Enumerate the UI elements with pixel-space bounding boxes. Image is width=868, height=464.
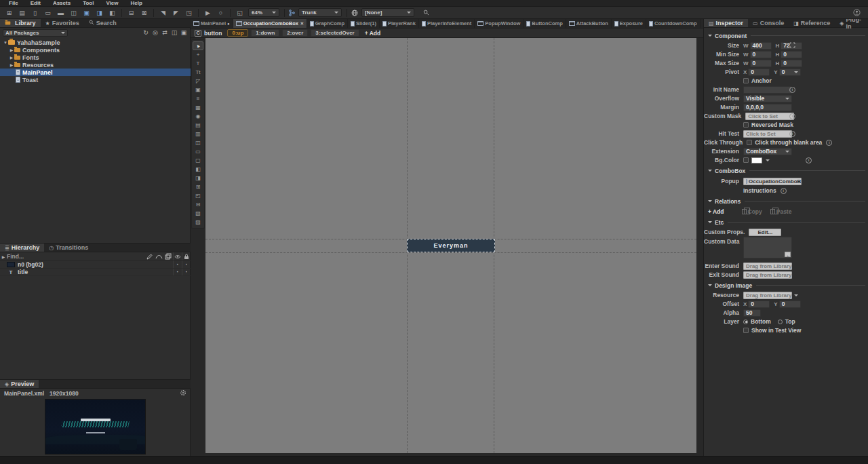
layer-top-radio[interactable] bbox=[778, 320, 783, 324]
state-button-over[interactable]: 2:over bbox=[282, 29, 308, 37]
design-canvas[interactable]: Everyman bbox=[205, 38, 696, 453]
tab-plugin[interactable]: ◈ Plug-In bbox=[835, 19, 868, 27]
section-combobox[interactable]: ComboBox bbox=[707, 166, 865, 175]
exit-sound-field[interactable]: Drag from Library bbox=[743, 271, 792, 279]
resource-field[interactable]: Drag from Library bbox=[743, 292, 792, 299]
popup-resource-link[interactable]: OccupationComboBox_po bbox=[743, 178, 802, 185]
lock-toggle[interactable]: · bbox=[182, 261, 191, 268]
tree-item-package[interactable]: ▼ YahahaSample bbox=[0, 39, 191, 46]
max-width-input[interactable]: 0 bbox=[750, 60, 772, 67]
publish-all-button[interactable]: ◤ bbox=[170, 8, 182, 18]
input-text-tool[interactable]: ◸ bbox=[193, 77, 203, 85]
graph-tool[interactable]: ▦ bbox=[193, 103, 203, 112]
doc-tab-exposure[interactable]: Exposure bbox=[612, 19, 646, 28]
duplicate-icon[interactable] bbox=[163, 253, 173, 260]
collapse-arrow-icon[interactable]: ▶ bbox=[9, 47, 14, 52]
chevron-down-icon[interactable] bbox=[766, 159, 770, 163]
collapse-arrow-icon[interactable]: ▶ bbox=[9, 62, 14, 67]
package-filter-select[interactable]: All Packages bbox=[3, 29, 68, 37]
custom-mask-field[interactable]: Click to Set bbox=[745, 113, 794, 120]
menu-file[interactable]: File bbox=[3, 0, 24, 6]
collapse-arrow-icon[interactable]: ▶ bbox=[9, 55, 14, 60]
bg-color-checkbox[interactable] bbox=[743, 157, 749, 163]
visibility-toggle[interactable]: · bbox=[173, 261, 182, 268]
save-button[interactable]: ⊟ bbox=[125, 8, 137, 18]
size-width-input[interactable]: 400 bbox=[750, 42, 772, 50]
edit-custom-props-button[interactable]: Edit... bbox=[749, 229, 781, 236]
visibility-toggle[interactable]: · bbox=[173, 269, 182, 275]
language-select[interactable]: [None] bbox=[361, 8, 414, 17]
tree-item-component[interactable]: Toast bbox=[0, 76, 191, 83]
loop-button[interactable]: ○ bbox=[215, 8, 226, 18]
refresh-icon[interactable]: ↻ bbox=[142, 29, 150, 36]
collapse-arrow-icon[interactable]: ▶ bbox=[0, 254, 7, 259]
label-tool[interactable]: ▭ bbox=[193, 147, 203, 156]
min-height-input[interactable]: 0 bbox=[781, 51, 802, 58]
publish-button[interactable]: ◥ bbox=[157, 8, 169, 18]
find-label[interactable]: Find... bbox=[7, 253, 24, 260]
movieclip-tool[interactable]: ◰ bbox=[193, 191, 203, 200]
popup-tool[interactable]: ⊟ bbox=[193, 200, 203, 209]
doc-tab-buttoncomp[interactable]: ButtonComp bbox=[524, 19, 566, 28]
add-state-button[interactable]: + Add bbox=[365, 30, 381, 37]
layer-bottom-radio[interactable] bbox=[743, 320, 748, 324]
tab-preview[interactable]: ◈ Preview bbox=[0, 380, 39, 388]
tab-transitions[interactable]: ◷ Transitions bbox=[44, 244, 93, 252]
anchor-checkbox[interactable] bbox=[743, 78, 749, 83]
new-file-button[interactable]: ▤ bbox=[16, 8, 28, 18]
add-relation-button[interactable]: + Add bbox=[708, 208, 724, 215]
new-label-button[interactable]: ▣ bbox=[81, 8, 92, 18]
zoom-select[interactable]: 64% bbox=[248, 8, 279, 17]
hierarchy-row[interactable]: n0 (bg02) · · bbox=[0, 261, 191, 269]
tab-favorites[interactable]: ★ Favorites bbox=[41, 19, 84, 27]
search-button[interactable] bbox=[420, 8, 432, 18]
info-icon[interactable]: i bbox=[789, 113, 795, 119]
loader-tool[interactable]: ◉ bbox=[193, 112, 203, 121]
split-view-icon[interactable]: ◫ bbox=[170, 29, 178, 36]
scrollbar-tool[interactable]: ◨ bbox=[193, 174, 203, 182]
info-icon[interactable]: i bbox=[806, 157, 812, 163]
offset-x-input[interactable]: 0 bbox=[748, 301, 770, 308]
tab-library[interactable]: Library bbox=[0, 19, 41, 27]
section-etc[interactable]: Etc bbox=[707, 218, 865, 227]
test-play-button[interactable]: ▶ bbox=[202, 8, 214, 18]
doc-tab-playerrank[interactable]: PlayerRank bbox=[380, 19, 419, 28]
info-icon[interactable]: i bbox=[826, 140, 832, 146]
new-popup-button[interactable]: ◧ bbox=[106, 8, 118, 18]
pivot-preset-dropdown-icon[interactable] bbox=[794, 71, 798, 75]
tab-console[interactable]: ▭ Console bbox=[748, 19, 789, 27]
state-button-selectedover[interactable]: 3:selectedOver bbox=[311, 29, 359, 37]
new-image-button[interactable]: ▭ bbox=[42, 8, 54, 18]
state-button-down[interactable]: 1:down bbox=[251, 29, 279, 37]
offset-y-input[interactable]: 0 bbox=[779, 301, 801, 308]
tree-item-folder[interactable]: ▶ Components bbox=[0, 46, 191, 54]
combobox-tool[interactable]: ◫ bbox=[193, 138, 203, 147]
tree-item-component-selected[interactable]: MainPanel bbox=[0, 69, 191, 76]
doc-tab-graphcomp[interactable]: GraphComp bbox=[307, 19, 348, 28]
new-package-button[interactable]: ⊞ bbox=[3, 8, 15, 18]
preview-thumbnail[interactable] bbox=[45, 399, 146, 455]
locate-icon[interactable]: ◎ bbox=[151, 29, 159, 36]
list-tool[interactable]: ≡ bbox=[193, 94, 203, 103]
tab-reference[interactable]: ◨ Reference bbox=[789, 19, 835, 27]
bg-color-swatch[interactable] bbox=[751, 157, 762, 163]
section-relations[interactable]: Relations bbox=[707, 197, 865, 206]
fullscreen-size-icon[interactable] bbox=[789, 42, 795, 50]
doc-tab-slider1[interactable]: Slider(1) bbox=[348, 19, 380, 28]
max-height-input[interactable]: 0 bbox=[781, 60, 802, 67]
menu-help[interactable]: Help bbox=[125, 0, 149, 6]
menu-edit[interactable]: Edit bbox=[24, 0, 47, 6]
info-icon[interactable]: i bbox=[789, 131, 795, 137]
group-tool[interactable]: ▤ bbox=[193, 121, 203, 130]
tree-item-folder[interactable]: ▶ Fonts bbox=[0, 54, 191, 61]
progress-bar-tool[interactable]: ▢ bbox=[193, 156, 203, 165]
expand-editor-icon[interactable]: ⌞ bbox=[785, 252, 791, 257]
alpha-input[interactable]: 50 bbox=[743, 309, 761, 317]
account-avatar-button[interactable] bbox=[851, 8, 863, 18]
hit-test-field[interactable]: Click to Set bbox=[743, 130, 792, 138]
tab-search[interactable]: Search bbox=[84, 19, 121, 27]
sync-icon[interactable]: ⇄ bbox=[161, 29, 169, 36]
visibility-column-header[interactable] bbox=[173, 252, 182, 260]
lock-toggle[interactable]: · bbox=[182, 269, 191, 275]
init-name-input[interactable] bbox=[743, 86, 792, 94]
